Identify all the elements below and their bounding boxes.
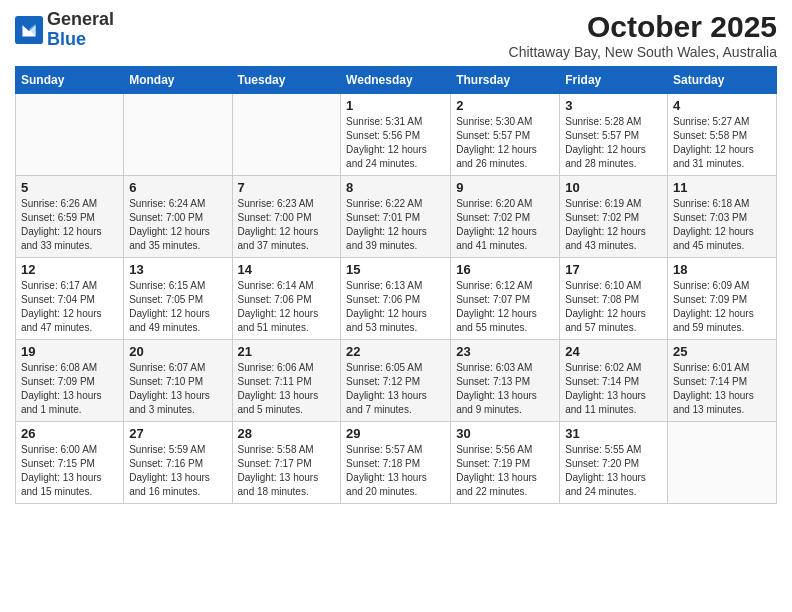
day-info: Sunrise: 6:07 AM Sunset: 7:10 PM Dayligh… bbox=[129, 361, 226, 417]
calendar-cell: 17Sunrise: 6:10 AM Sunset: 7:08 PM Dayli… bbox=[560, 258, 668, 340]
calendar-cell bbox=[668, 422, 777, 504]
calendar-cell: 12Sunrise: 6:17 AM Sunset: 7:04 PM Dayli… bbox=[16, 258, 124, 340]
column-header-wednesday: Wednesday bbox=[341, 67, 451, 94]
day-info: Sunrise: 6:22 AM Sunset: 7:01 PM Dayligh… bbox=[346, 197, 445, 253]
calendar-cell: 15Sunrise: 6:13 AM Sunset: 7:06 PM Dayli… bbox=[341, 258, 451, 340]
page-header: General Blue October 2025 Chittaway Bay,… bbox=[15, 10, 777, 60]
calendar-cell: 14Sunrise: 6:14 AM Sunset: 7:06 PM Dayli… bbox=[232, 258, 341, 340]
calendar-cell: 13Sunrise: 6:15 AM Sunset: 7:05 PM Dayli… bbox=[124, 258, 232, 340]
day-number: 29 bbox=[346, 426, 445, 441]
calendar-cell bbox=[124, 94, 232, 176]
logo-general: General bbox=[47, 9, 114, 29]
calendar-cell: 22Sunrise: 6:05 AM Sunset: 7:12 PM Dayli… bbox=[341, 340, 451, 422]
day-info: Sunrise: 6:17 AM Sunset: 7:04 PM Dayligh… bbox=[21, 279, 118, 335]
day-info: Sunrise: 6:24 AM Sunset: 7:00 PM Dayligh… bbox=[129, 197, 226, 253]
column-header-monday: Monday bbox=[124, 67, 232, 94]
day-info: Sunrise: 6:10 AM Sunset: 7:08 PM Dayligh… bbox=[565, 279, 662, 335]
day-info: Sunrise: 6:06 AM Sunset: 7:11 PM Dayligh… bbox=[238, 361, 336, 417]
day-number: 10 bbox=[565, 180, 662, 195]
calendar-week-3: 12Sunrise: 6:17 AM Sunset: 7:04 PM Dayli… bbox=[16, 258, 777, 340]
calendar-cell: 27Sunrise: 5:59 AM Sunset: 7:16 PM Dayli… bbox=[124, 422, 232, 504]
day-info: Sunrise: 6:19 AM Sunset: 7:02 PM Dayligh… bbox=[565, 197, 662, 253]
calendar-cell: 1Sunrise: 5:31 AM Sunset: 5:56 PM Daylig… bbox=[341, 94, 451, 176]
day-number: 20 bbox=[129, 344, 226, 359]
day-info: Sunrise: 6:00 AM Sunset: 7:15 PM Dayligh… bbox=[21, 443, 118, 499]
day-info: Sunrise: 6:09 AM Sunset: 7:09 PM Dayligh… bbox=[673, 279, 771, 335]
day-info: Sunrise: 5:27 AM Sunset: 5:58 PM Dayligh… bbox=[673, 115, 771, 171]
day-number: 21 bbox=[238, 344, 336, 359]
day-info: Sunrise: 6:08 AM Sunset: 7:09 PM Dayligh… bbox=[21, 361, 118, 417]
day-number: 7 bbox=[238, 180, 336, 195]
calendar-cell bbox=[232, 94, 341, 176]
day-number: 23 bbox=[456, 344, 554, 359]
day-number: 22 bbox=[346, 344, 445, 359]
day-number: 19 bbox=[21, 344, 118, 359]
column-header-sunday: Sunday bbox=[16, 67, 124, 94]
day-info: Sunrise: 5:58 AM Sunset: 7:17 PM Dayligh… bbox=[238, 443, 336, 499]
day-info: Sunrise: 6:01 AM Sunset: 7:14 PM Dayligh… bbox=[673, 361, 771, 417]
calendar-cell: 18Sunrise: 6:09 AM Sunset: 7:09 PM Dayli… bbox=[668, 258, 777, 340]
logo: General Blue bbox=[15, 10, 114, 50]
day-info: Sunrise: 5:59 AM Sunset: 7:16 PM Dayligh… bbox=[129, 443, 226, 499]
day-number: 13 bbox=[129, 262, 226, 277]
day-number: 18 bbox=[673, 262, 771, 277]
day-number: 26 bbox=[21, 426, 118, 441]
calendar-cell: 16Sunrise: 6:12 AM Sunset: 7:07 PM Dayli… bbox=[451, 258, 560, 340]
title-block: October 2025 Chittaway Bay, New South Wa… bbox=[509, 10, 777, 60]
calendar-week-4: 19Sunrise: 6:08 AM Sunset: 7:09 PM Dayli… bbox=[16, 340, 777, 422]
month-title: October 2025 bbox=[509, 10, 777, 44]
calendar-cell: 30Sunrise: 5:56 AM Sunset: 7:19 PM Dayli… bbox=[451, 422, 560, 504]
calendar-cell: 7Sunrise: 6:23 AM Sunset: 7:00 PM Daylig… bbox=[232, 176, 341, 258]
day-info: Sunrise: 6:18 AM Sunset: 7:03 PM Dayligh… bbox=[673, 197, 771, 253]
day-number: 12 bbox=[21, 262, 118, 277]
day-number: 8 bbox=[346, 180, 445, 195]
calendar-week-2: 5Sunrise: 6:26 AM Sunset: 6:59 PM Daylig… bbox=[16, 176, 777, 258]
logo-text: General Blue bbox=[47, 10, 114, 50]
day-info: Sunrise: 6:13 AM Sunset: 7:06 PM Dayligh… bbox=[346, 279, 445, 335]
day-number: 17 bbox=[565, 262, 662, 277]
logo-icon bbox=[15, 16, 43, 44]
calendar-cell: 9Sunrise: 6:20 AM Sunset: 7:02 PM Daylig… bbox=[451, 176, 560, 258]
column-header-thursday: Thursday bbox=[451, 67, 560, 94]
calendar-cell: 28Sunrise: 5:58 AM Sunset: 7:17 PM Dayli… bbox=[232, 422, 341, 504]
calendar-cell: 24Sunrise: 6:02 AM Sunset: 7:14 PM Dayli… bbox=[560, 340, 668, 422]
day-number: 2 bbox=[456, 98, 554, 113]
calendar-header-row: SundayMondayTuesdayWednesdayThursdayFrid… bbox=[16, 67, 777, 94]
logo-blue: Blue bbox=[47, 29, 86, 49]
day-number: 30 bbox=[456, 426, 554, 441]
calendar-cell: 23Sunrise: 6:03 AM Sunset: 7:13 PM Dayli… bbox=[451, 340, 560, 422]
calendar-cell: 10Sunrise: 6:19 AM Sunset: 7:02 PM Dayli… bbox=[560, 176, 668, 258]
calendar-cell: 25Sunrise: 6:01 AM Sunset: 7:14 PM Dayli… bbox=[668, 340, 777, 422]
day-info: Sunrise: 5:28 AM Sunset: 5:57 PM Dayligh… bbox=[565, 115, 662, 171]
calendar-cell: 6Sunrise: 6:24 AM Sunset: 7:00 PM Daylig… bbox=[124, 176, 232, 258]
day-number: 3 bbox=[565, 98, 662, 113]
day-info: Sunrise: 6:26 AM Sunset: 6:59 PM Dayligh… bbox=[21, 197, 118, 253]
day-info: Sunrise: 6:03 AM Sunset: 7:13 PM Dayligh… bbox=[456, 361, 554, 417]
calendar-table: SundayMondayTuesdayWednesdayThursdayFrid… bbox=[15, 66, 777, 504]
day-info: Sunrise: 6:05 AM Sunset: 7:12 PM Dayligh… bbox=[346, 361, 445, 417]
day-info: Sunrise: 6:02 AM Sunset: 7:14 PM Dayligh… bbox=[565, 361, 662, 417]
day-info: Sunrise: 6:20 AM Sunset: 7:02 PM Dayligh… bbox=[456, 197, 554, 253]
day-number: 27 bbox=[129, 426, 226, 441]
day-number: 28 bbox=[238, 426, 336, 441]
column-header-tuesday: Tuesday bbox=[232, 67, 341, 94]
day-info: Sunrise: 5:56 AM Sunset: 7:19 PM Dayligh… bbox=[456, 443, 554, 499]
day-info: Sunrise: 5:30 AM Sunset: 5:57 PM Dayligh… bbox=[456, 115, 554, 171]
day-number: 16 bbox=[456, 262, 554, 277]
column-header-saturday: Saturday bbox=[668, 67, 777, 94]
calendar-week-1: 1Sunrise: 5:31 AM Sunset: 5:56 PM Daylig… bbox=[16, 94, 777, 176]
calendar-week-5: 26Sunrise: 6:00 AM Sunset: 7:15 PM Dayli… bbox=[16, 422, 777, 504]
calendar-cell: 26Sunrise: 6:00 AM Sunset: 7:15 PM Dayli… bbox=[16, 422, 124, 504]
location-title: Chittaway Bay, New South Wales, Australi… bbox=[509, 44, 777, 60]
calendar-cell: 29Sunrise: 5:57 AM Sunset: 7:18 PM Dayli… bbox=[341, 422, 451, 504]
day-number: 5 bbox=[21, 180, 118, 195]
calendar-cell: 31Sunrise: 5:55 AM Sunset: 7:20 PM Dayli… bbox=[560, 422, 668, 504]
calendar-cell: 5Sunrise: 6:26 AM Sunset: 6:59 PM Daylig… bbox=[16, 176, 124, 258]
calendar-cell: 21Sunrise: 6:06 AM Sunset: 7:11 PM Dayli… bbox=[232, 340, 341, 422]
day-info: Sunrise: 6:14 AM Sunset: 7:06 PM Dayligh… bbox=[238, 279, 336, 335]
day-info: Sunrise: 5:57 AM Sunset: 7:18 PM Dayligh… bbox=[346, 443, 445, 499]
calendar-cell: 8Sunrise: 6:22 AM Sunset: 7:01 PM Daylig… bbox=[341, 176, 451, 258]
day-info: Sunrise: 6:15 AM Sunset: 7:05 PM Dayligh… bbox=[129, 279, 226, 335]
calendar-cell: 3Sunrise: 5:28 AM Sunset: 5:57 PM Daylig… bbox=[560, 94, 668, 176]
calendar-cell bbox=[16, 94, 124, 176]
